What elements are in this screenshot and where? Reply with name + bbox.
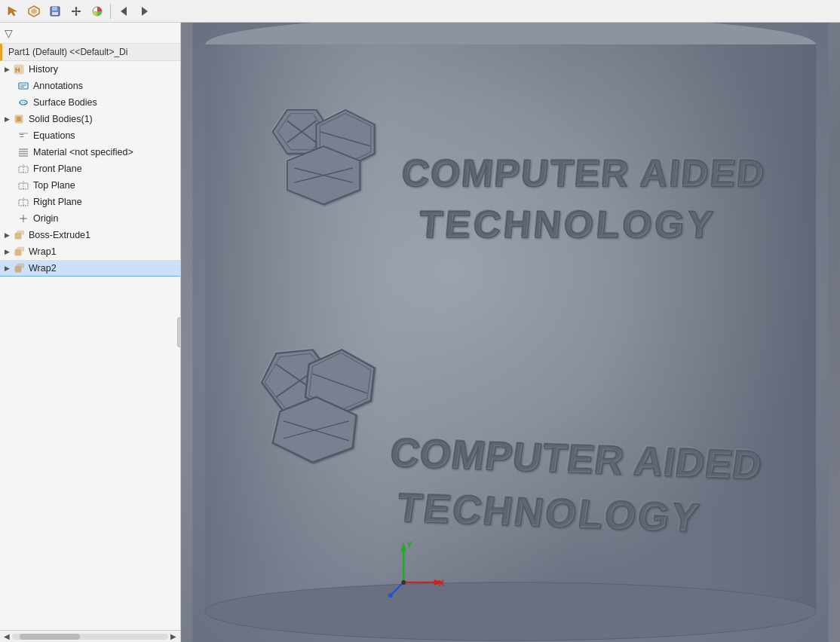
horizontal-scrollbar[interactable]: ◀ ▶ (0, 630, 180, 642)
svg-rect-4 (52, 12, 58, 15)
front-plane-label: Front Plane (33, 164, 180, 174)
scroll-track (12, 634, 168, 640)
scroll-right-button[interactable]: ▶ (168, 631, 179, 642)
svg-marker-10 (78, 10, 81, 12)
origin-label: Origin (33, 213, 180, 224)
equations-icon: = (17, 129, 30, 142)
svg-marker-1 (31, 8, 37, 14)
tree-item-annotations[interactable]: ▶ Annotations (0, 78, 180, 94)
tree-arrow-solid: ▶ (2, 114, 12, 124)
back-button[interactable] (114, 2, 133, 20)
feature-tree-panel: ▽ Part1 (Default) <<Default>_Di ▶ H Hist… (0, 23, 181, 642)
top-plane-icon (17, 179, 30, 192)
appearance-button[interactable] (87, 2, 107, 20)
tree-arrow-history: ▶ (2, 64, 12, 75)
tree-item-wrap1[interactable]: ▶ Wrap1 (0, 243, 180, 260)
svg-point-84 (388, 593, 393, 598)
part-button[interactable] (24, 2, 44, 20)
tree-item-equations[interactable]: ▶ = Equations (0, 127, 180, 144)
main-content: ▽ Part1 (Default) <<Default>_Di ▶ H Hist… (0, 23, 840, 642)
move-button[interactable] (66, 2, 86, 20)
tree-item-history[interactable]: ▶ H History (0, 61, 180, 78)
svg-rect-22 (17, 117, 21, 121)
svg-rect-3 (52, 7, 57, 11)
toolbar-sep-1 (110, 4, 111, 19)
svg-point-37 (23, 218, 25, 220)
history-label: History (29, 64, 180, 75)
tree-item-front-plane[interactable]: ▶ Front Plane (0, 160, 180, 177)
equations-label: Equations (33, 130, 180, 141)
surface-bodies-label: Surface Bodies (33, 97, 180, 108)
top-plane-label: Top Plane (33, 180, 180, 191)
svg-rect-40 (15, 250, 21, 255)
origin-icon (17, 212, 30, 225)
boss-extrude1-label: Boss-Extrude1 (29, 230, 180, 240)
wrap2-label: Wrap2 (29, 263, 180, 274)
svg-text:Y: Y (406, 540, 412, 549)
tree-item-material[interactable]: ▶ Material <not specified> (0, 144, 180, 160)
svg-marker-13 (142, 7, 148, 16)
tree-item-origin[interactable]: ▶ Origin (0, 210, 180, 227)
svg-text:X: X (438, 579, 444, 588)
svg-point-85 (401, 580, 406, 585)
svg-text:TECHNOLOGY: TECHNOLOGY (416, 202, 716, 244)
svg-marker-12 (121, 7, 127, 16)
svg-rect-16 (19, 83, 28, 89)
right-plane-label: Right Plane (33, 197, 180, 207)
tree-item-right-plane[interactable]: ▶ Right Plane (0, 194, 180, 210)
svg-rect-38 (15, 234, 21, 239)
annotations-label: Annotations (33, 81, 180, 91)
part-header[interactable]: Part1 (Default) <<Default>_Di (0, 44, 180, 61)
svg-text:COMPUTER AIDED: COMPUTER AIDED (399, 151, 766, 193)
svg-text:H: H (15, 66, 20, 74)
tree-arrow-wrap2: ▶ (2, 263, 12, 274)
svg-rect-42 (15, 267, 21, 272)
svg-point-48 (205, 582, 816, 640)
annotations-icon (17, 79, 30, 93)
tree-item-wrap2[interactable]: ▶ Wrap2 (0, 260, 180, 277)
tree-arrow-wrap1: ▶ (2, 246, 12, 257)
main-toolbar (0, 0, 840, 23)
tree-item-solid-bodies[interactable]: ▶ Solid Bodies(1) (0, 111, 180, 127)
right-plane-icon (17, 195, 30, 209)
scroll-thumb (20, 634, 80, 640)
tree-item-surface-bodies[interactable]: ▶ Surface Bodies (0, 94, 180, 111)
wrap2-icon (12, 261, 26, 275)
boss-extrude1-icon (12, 228, 26, 242)
solid-bodies-label: Solid Bodies(1) (29, 114, 180, 124)
scroll-left-button[interactable]: ◀ (2, 631, 12, 642)
svg-text:=: = (20, 132, 24, 140)
front-plane-icon (17, 162, 30, 176)
svg-marker-9 (72, 10, 74, 12)
3d-viewport[interactable]: COMPUTER AIDED TECHNOLOGY COMPUTER AIDED… (181, 23, 840, 642)
material-icon (17, 145, 30, 159)
cad-model-svg: COMPUTER AIDED TECHNOLOGY COMPUTER AIDED… (181, 23, 840, 642)
tree-item-boss-extrude1[interactable]: ▶ Boss-Extrude1 (0, 227, 180, 243)
select-tool-button[interactable] (3, 2, 23, 20)
solid-bodies-icon (12, 112, 26, 126)
svg-marker-7 (75, 7, 78, 9)
forward-button[interactable] (135, 2, 155, 20)
filter-icon: ▽ (5, 27, 13, 39)
material-label: Material <not specified> (33, 147, 180, 157)
feature-tree: ▶ H History ▶ Annotations ▶ Su (0, 61, 180, 630)
filter-bar: ▽ (0, 23, 180, 44)
history-icon: H (12, 63, 26, 76)
wrap1-icon (12, 245, 26, 258)
save-button[interactable] (45, 2, 65, 20)
surface-bodies-icon (17, 96, 30, 109)
wrap1-label: Wrap1 (29, 246, 180, 257)
tree-item-top-plane[interactable]: ▶ Top Plane (0, 177, 180, 194)
tree-arrow-boss: ▶ (2, 230, 12, 240)
svg-marker-8 (75, 14, 78, 16)
